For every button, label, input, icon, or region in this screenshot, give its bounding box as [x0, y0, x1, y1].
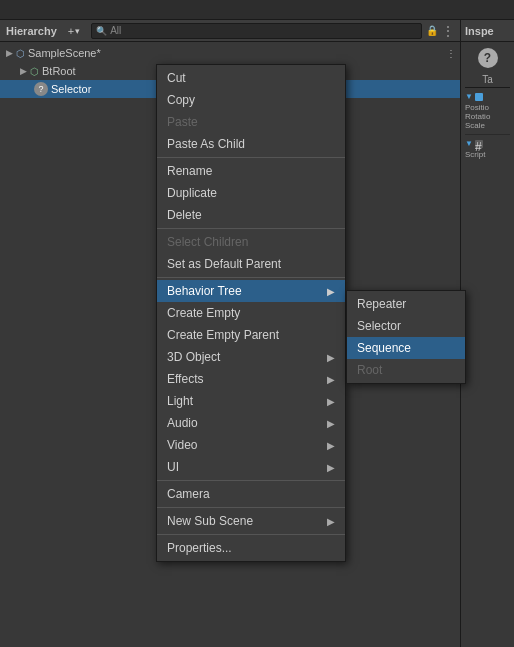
menu-item-delete[interactable]: Delete	[157, 204, 345, 226]
dots-icon[interactable]: ⋮	[442, 24, 454, 38]
menu-item-properties[interactable]: Properties...	[157, 537, 345, 559]
menu-item-video[interactable]: Video ▶	[157, 434, 345, 456]
menu-item-new-sub-scene[interactable]: New Sub Scene ▶	[157, 510, 345, 532]
inspector-help-icon[interactable]: ?	[478, 48, 498, 68]
video-arrow-icon: ▶	[327, 440, 335, 451]
menu-item-behavior-tree[interactable]: Behavior Tree ▶	[157, 280, 345, 302]
context-menu: Cut Copy Paste Paste As Child Rename Dup…	[156, 64, 346, 562]
position-label: Positio	[465, 103, 510, 112]
new-sub-scene-arrow-icon: ▶	[327, 516, 335, 527]
menu-item-ui[interactable]: UI ▶	[157, 456, 345, 478]
menu-item-effects[interactable]: Effects ▶	[157, 368, 345, 390]
3d-object-arrow-icon: ▶	[327, 352, 335, 363]
submenu-item-root[interactable]: Root	[347, 359, 465, 381]
menu-item-paste-as-child[interactable]: Paste As Child	[157, 133, 345, 155]
inspector-title: Inspe	[465, 25, 494, 37]
hierarchy-title: Hierarchy	[6, 25, 57, 37]
effects-arrow-icon: ▶	[327, 374, 335, 385]
rotation-label: Rotatio	[465, 112, 510, 121]
behavior-tree-submenu: Repeater Selector Sequence Root	[346, 290, 466, 384]
inspector-tab[interactable]: Ta	[465, 72, 510, 88]
submenu-item-sequence[interactable]: Sequence	[347, 337, 465, 359]
menu-item-audio[interactable]: Audio ▶	[157, 412, 345, 434]
menu-item-select-children[interactable]: Select Children	[157, 231, 345, 253]
menu-item-camera[interactable]: Camera	[157, 483, 345, 505]
light-arrow-icon: ▶	[327, 396, 335, 407]
audio-arrow-icon: ▶	[327, 418, 335, 429]
lock-icon[interactable]: 🔒	[426, 25, 438, 36]
menu-item-copy[interactable]: Copy	[157, 89, 345, 111]
menu-item-create-empty[interactable]: Create Empty	[157, 302, 345, 324]
submenu-item-repeater[interactable]: Repeater	[347, 293, 465, 315]
scale-label: Scale	[465, 121, 510, 130]
menu-item-duplicate[interactable]: Duplicate	[157, 182, 345, 204]
menu-item-paste[interactable]: Paste	[157, 111, 345, 133]
inspector-panel: Inspe ? Ta ▼ Positio Rotatio Scale	[461, 20, 514, 647]
search-box[interactable]: 🔍 All	[91, 23, 422, 39]
submenu-item-selector[interactable]: Selector	[347, 315, 465, 337]
search-icon: 🔍	[96, 26, 107, 36]
menu-item-light[interactable]: Light ▶	[157, 390, 345, 412]
menu-item-rename[interactable]: Rename	[157, 160, 345, 182]
menu-item-create-empty-parent[interactable]: Create Empty Parent	[157, 324, 345, 346]
script-label: Script	[465, 150, 510, 159]
behavior-tree-arrow-icon: ▶	[327, 286, 335, 297]
menu-item-cut[interactable]: Cut	[157, 67, 345, 89]
menu-item-3d-object[interactable]: 3D Object ▶	[157, 346, 345, 368]
ui-arrow-icon: ▶	[327, 462, 335, 473]
add-button[interactable]: + ▾	[65, 24, 83, 38]
search-placeholder: All	[110, 25, 121, 36]
tree-item-samplescene[interactable]: ▶ ⬡ SampleScene* ⋮	[0, 44, 460, 62]
menu-item-set-default-parent[interactable]: Set as Default Parent	[157, 253, 345, 275]
